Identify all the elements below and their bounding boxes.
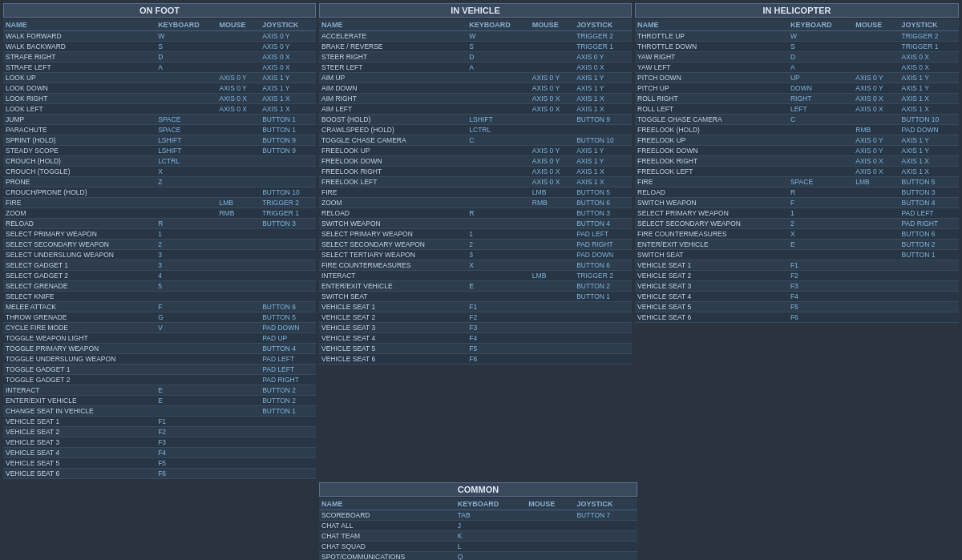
key-value: [530, 208, 574, 219]
action-name: SELECT SECONDARY WEAPON: [3, 240, 156, 250]
key-value: [574, 344, 632, 354]
key-value: D: [156, 52, 216, 62]
key-value: BUTTON 2: [899, 240, 959, 250]
table-row: FREELOOK LEFTAXIS 0 XAXIS 1 X: [635, 167, 959, 177]
table-row: SPOT/COMMUNICATIONSQ: [319, 552, 637, 561]
key-value: AXIS 1 Y: [574, 146, 632, 156]
action-name: SELECT SECONDARY WEAPON: [319, 240, 467, 250]
key-value: [216, 219, 260, 229]
key-value: BUTTON 9: [260, 146, 316, 156]
action-name: VEHICLE SEAT 3: [635, 281, 788, 292]
table-row: VEHICLE SEAT 2F2: [3, 427, 316, 437]
in-helicopter-col-mouse: MOUSE: [853, 19, 899, 31]
action-name: PARACHUTE: [3, 125, 156, 135]
action-name: VEHICLE SEAT 3: [3, 437, 156, 448]
key-value: AXIS 1 Y: [899, 135, 959, 146]
key-value: BUTTON 1: [899, 250, 959, 260]
key-value: AXIS 0 X: [530, 167, 574, 177]
key-value: [260, 250, 316, 260]
table-row: TOGGLE GADGET 1PAD LEFT: [3, 365, 316, 375]
key-value: [530, 115, 574, 125]
on-foot-section: ON FOOT NAME KEYBOARD MOUSE JOYSTICK WAL…: [3, 3, 316, 479]
key-value: BUTTON 2: [574, 281, 632, 292]
common-section: COMMON NAME KEYBOARD MOUSE JOYSTICK SCOR…: [319, 482, 637, 560]
key-value: [530, 260, 574, 271]
action-name: VEHICLE SEAT 6: [319, 354, 467, 365]
key-value: [216, 187, 260, 198]
action-name: JUMP: [3, 115, 156, 125]
key-value: C: [467, 135, 530, 146]
key-value: F5: [467, 344, 530, 354]
key-value: F4: [156, 448, 216, 458]
table-row: ENTER/EXIT VEHICLEEBUTTON 2: [635, 240, 959, 250]
action-name: STRAFE RIGHT: [3, 52, 156, 62]
action-name: FREELOOK LEFT: [635, 167, 788, 177]
key-value: 2: [467, 240, 530, 250]
table-row: TOGGLE UNDERSLUNG WEAPONPAD LEFT: [3, 354, 316, 365]
key-value: AXIS 0 X: [216, 104, 260, 115]
action-name: INTERACT: [319, 271, 467, 281]
action-name: VEHICLE SEAT 1: [635, 260, 788, 271]
action-name: SELECT UNDERSLUNG WEAPON: [3, 250, 156, 260]
action-name: ACCELERATE: [319, 31, 467, 42]
key-value: F2: [467, 312, 530, 323]
action-name: ROLL LEFT: [635, 104, 788, 115]
table-row: ENTER/EXIT VEHICLEEBUTTON 2: [319, 281, 632, 292]
key-value: [260, 281, 316, 292]
key-value: TRIGGER 1: [899, 42, 959, 52]
key-value: BUTTON 5: [260, 312, 316, 323]
action-name: STEER LEFT: [319, 62, 467, 73]
action-name: WALK FORWARD: [3, 31, 156, 42]
table-row: VEHICLE SEAT 4F4: [3, 448, 316, 458]
table-row: LOOK UPAXIS 0 YAXIS 1 Y: [3, 73, 316, 83]
key-value: [156, 333, 216, 344]
action-name: FREELOOK RIGHT: [635, 156, 788, 167]
key-value: [526, 552, 574, 561]
table-row: SELECT GRENADE5: [3, 281, 316, 292]
key-value: [216, 333, 260, 344]
in-vehicle-col-joystick: JOYSTICK: [574, 19, 632, 31]
key-value: AXIS 0 X: [530, 177, 574, 187]
table-row: FIRESPACELMBBUTTON 5: [635, 177, 959, 187]
table-row: VEHICLE SEAT 3F3: [3, 437, 316, 448]
key-value: [574, 354, 632, 365]
in-vehicle-col-mouse: MOUSE: [530, 19, 574, 31]
key-value: [260, 469, 316, 479]
table-row: VEHICLE SEAT 6F6: [635, 312, 959, 323]
action-name: TOGGLE CHASE CAMERA: [635, 115, 788, 125]
table-row: FREELOOK DOWNAXIS 0 YAXIS 1 Y: [319, 156, 632, 167]
common-col-name: NAME: [319, 498, 455, 510]
key-value: AXIS 0 Y: [530, 83, 574, 94]
key-value: TRIGGER 1: [260, 208, 316, 219]
key-value: [156, 83, 216, 94]
key-value: AXIS 1 X: [574, 167, 632, 177]
key-value: [530, 52, 574, 62]
action-name: VEHICLE SEAT 1: [319, 302, 467, 312]
key-value: [467, 271, 530, 281]
key-value: AXIS 1 Y: [260, 83, 316, 94]
table-row: RELOADRBUTTON 3: [319, 208, 632, 219]
table-row: FREELOOK RIGHTAXIS 0 XAXIS 1 X: [635, 156, 959, 167]
key-value: [853, 281, 899, 292]
key-value: [156, 375, 216, 385]
action-name: RELOAD: [635, 187, 788, 198]
on-foot-col-mouse: MOUSE: [216, 19, 260, 31]
common-table: NAME KEYBOARD MOUSE JOYSTICK SCOREBOARDT…: [319, 498, 637, 560]
key-value: [216, 406, 260, 417]
key-value: [526, 510, 574, 521]
table-row: AIM LEFTAXIS 0 XAXIS 1 X: [319, 104, 632, 115]
key-value: AXIS 1 Y: [899, 83, 959, 94]
table-row: SELECT PRIMARY WEAPON1PAD LEFT: [635, 208, 959, 219]
key-value: 3: [156, 260, 216, 271]
key-value: [216, 229, 260, 240]
key-value: AXIS 0 X: [574, 62, 632, 73]
key-value: [216, 135, 260, 146]
key-value: [530, 302, 574, 312]
action-name: VEHICLE SEAT 6: [3, 469, 156, 479]
action-name: STRAFE LEFT: [3, 62, 156, 73]
key-value: PAD LEFT: [899, 208, 959, 219]
table-row: AIM DOWNAXIS 0 YAXIS 1 Y: [319, 83, 632, 94]
key-value: [156, 94, 216, 104]
key-value: [216, 385, 260, 396]
key-value: BUTTON 10: [899, 115, 959, 125]
